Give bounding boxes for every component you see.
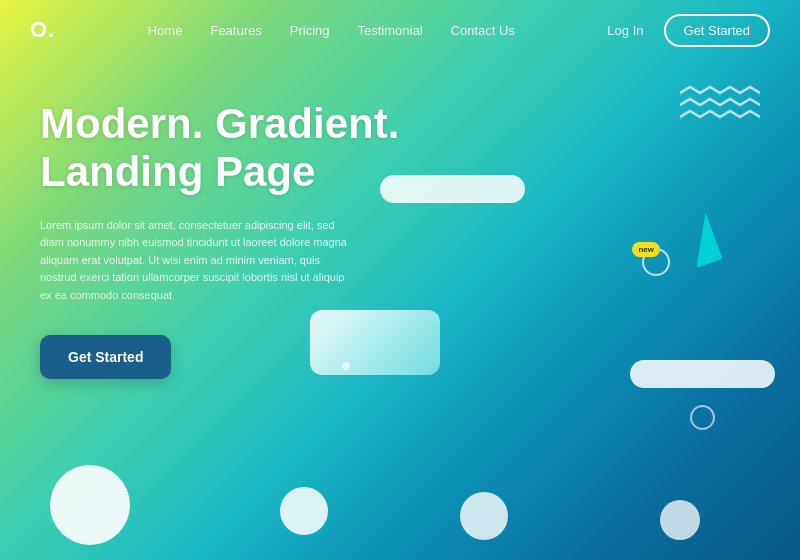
circle-outline-2 xyxy=(690,405,715,430)
nav-home[interactable]: Home xyxy=(148,23,183,38)
bottom-circle-med-3 xyxy=(660,500,700,540)
logo: O. xyxy=(30,17,55,43)
hero-title-line1: Modern. Gradient. xyxy=(40,100,399,147)
hero-title-line2: Landing Page xyxy=(40,148,315,195)
hero-title: Modern. Gradient. Landing Page xyxy=(40,100,399,197)
nav-links: Home Features Pricing Testimonial Contac… xyxy=(148,23,515,38)
nav-right: Log In Get Started xyxy=(607,14,770,47)
nav-features[interactable]: Features xyxy=(210,23,261,38)
page-wrapper: O. Home Features Pricing Testimonial Con… xyxy=(0,0,800,560)
login-button[interactable]: Log In xyxy=(607,23,643,38)
bottom-circle-med-2 xyxy=(460,492,508,540)
get-started-hero-button[interactable]: Get Started xyxy=(40,335,171,379)
deco-rect-1 xyxy=(380,175,525,203)
navbar: O. Home Features Pricing Testimonial Con… xyxy=(0,0,800,60)
new-badge: new xyxy=(632,242,660,257)
bottom-circle-large xyxy=(50,465,130,545)
hero-description: Lorem ipsum dolor sit amet, consectetuer… xyxy=(40,217,350,305)
nav-pricing[interactable]: Pricing xyxy=(290,23,330,38)
nav-contact[interactable]: Contact Us xyxy=(451,23,515,38)
zigzag-decoration xyxy=(680,85,760,129)
hero-content: Modern. Gradient. Landing Page Lorem ips… xyxy=(40,100,399,379)
bottom-circle-med-1 xyxy=(280,487,328,535)
deco-rect-3 xyxy=(630,360,775,388)
nav-testimonial[interactable]: Testimonial xyxy=(358,23,423,38)
cyan-triangle-shape xyxy=(679,212,722,269)
get-started-nav-button[interactable]: Get Started xyxy=(664,14,770,47)
